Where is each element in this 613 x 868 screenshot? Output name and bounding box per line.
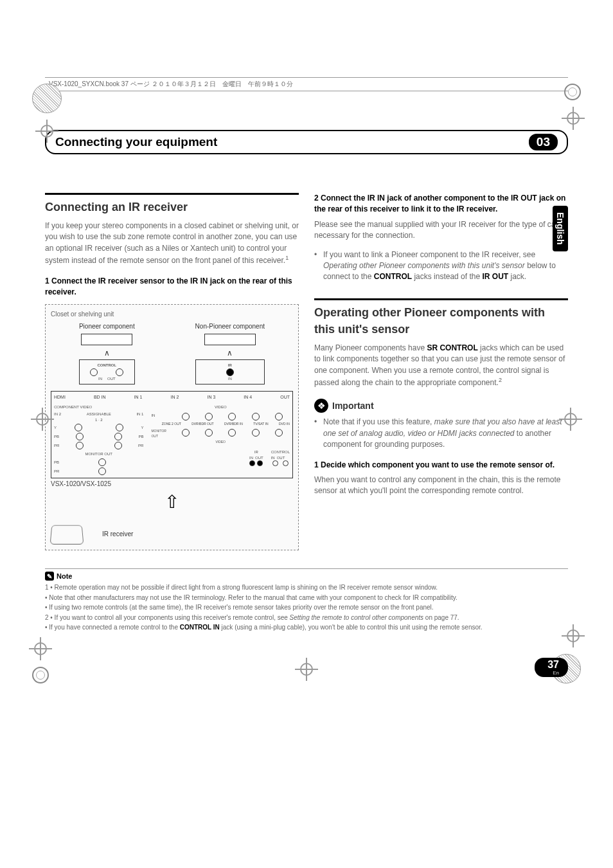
two-column-layout: Connecting an IR receiver If you keep yo…	[45, 193, 568, 557]
crop-mark-bottom-center	[299, 662, 314, 677]
page: VSX-1020_SYXCN.book 37 ページ ２０１０年３月１２日 金曜…	[0, 0, 613, 709]
important-icon: ❖	[314, 399, 328, 413]
jack-icon	[205, 413, 213, 420]
video-label: VIDEO	[151, 404, 290, 410]
text-frag: Many Pioneer components have	[314, 343, 427, 352]
pioneer-label: Pioneer component	[79, 322, 135, 332]
note-1c: • If using two remote controls (at the s…	[45, 603, 568, 612]
device-icon	[81, 334, 132, 345]
step-1b-title: 1 Decide which component you want to use…	[314, 460, 568, 471]
bullet-text: Note that if you use this feature, make …	[323, 417, 568, 450]
registration-ring	[32, 667, 49, 683]
crop-mark-top-left	[32, 84, 62, 139]
note-label: Note	[57, 572, 72, 580]
monitor-out-label: MONITOR OUT	[151, 429, 173, 439]
device-icon	[204, 334, 256, 345]
out-label: OUT	[255, 455, 263, 461]
arrow-up-icon: ⇧	[51, 489, 293, 516]
page-lang: En	[553, 670, 559, 676]
assign12-label: 1 · 2	[54, 417, 143, 423]
important-heading: ❖ Important	[314, 399, 568, 413]
in-label: IN	[271, 455, 275, 461]
tvsat-in-label: TV/SAT IN	[253, 422, 268, 426]
jack-icon	[252, 413, 260, 420]
jack-icon	[75, 424, 82, 431]
text-bold: IR OUT	[482, 272, 508, 281]
out-label: OUT	[280, 394, 290, 401]
dvd-in-label: DVD IN	[279, 422, 290, 426]
note-1: 1 • Remote operation may not be possible…	[45, 583, 568, 592]
pioneer-component-block: Pioneer component ∧ CONTROL IN OUT	[79, 322, 135, 384]
component-video-label: COMPONENT VIDEO	[54, 404, 143, 410]
crosshair-icon	[33, 641, 48, 656]
crop-mark-top-right	[564, 84, 581, 126]
crosshair-icon	[299, 662, 314, 677]
step-1-title: 1 Connect the IR receiver sensor to the …	[45, 276, 299, 298]
jack-icon	[205, 429, 213, 437]
in2-label: IN 2	[54, 411, 61, 417]
intro-paragraph-2: Many Pioneer components have SR CONTROL …	[314, 343, 568, 389]
step-1b-body: When you want to control any component i…	[314, 475, 568, 497]
monitor-out-label: MONITOR OUT	[54, 451, 143, 457]
ir-label: IR	[249, 449, 263, 455]
text-frag: Note that if you use this feature,	[323, 417, 434, 426]
left-column: Connecting an IR receiver If you keep yo…	[45, 193, 299, 557]
zone2out-label: ZONE 2 OUT	[162, 422, 181, 426]
text-bold: CONTROL	[374, 272, 412, 281]
right-column: 2 Connect the IR IN jack of another comp…	[314, 193, 568, 557]
out-label: OUT	[277, 455, 285, 461]
jack-icon	[90, 368, 98, 376]
bullet-link-pioneer: • If you want to link a Pioneer componen…	[314, 249, 568, 283]
jack-icon	[249, 460, 255, 466]
intro-text: If you keep your stereo components in a …	[45, 221, 299, 265]
y-label: Y	[54, 425, 57, 431]
crosshair-icon	[35, 411, 50, 427]
jack-icon	[116, 368, 123, 376]
crosshair-icon	[565, 111, 581, 126]
pb-label: PB	[138, 434, 143, 440]
bullet-text: If you want to link a Pioneer component …	[323, 249, 568, 283]
important-label: Important	[332, 399, 374, 412]
jack-icon	[228, 429, 236, 437]
jack-icon	[98, 467, 106, 475]
text-bold: CONTROL IN	[180, 624, 220, 631]
jack-icon	[114, 442, 122, 449]
control-group: CONTROL IN OUT	[271, 449, 290, 466]
section-heading-ir-receiver: Connecting an IR receiver	[45, 193, 299, 215]
text-frag: • If you have connected a remote control…	[45, 624, 180, 631]
step-2-body: Please see the manual supplied with your…	[314, 219, 568, 242]
crop-mark-mid-right	[563, 411, 578, 427]
bullet-dot-icon: •	[314, 417, 319, 450]
diagram-caption-closet: Closet or shelving unit	[51, 310, 293, 320]
page-number-badge: 37 En	[535, 658, 568, 677]
text-bold: SR CONTROL	[427, 343, 477, 352]
nonpioneer-label: Non-Pioneer component	[195, 322, 265, 332]
ir-panel-nonpioneer: IR IN	[195, 359, 265, 384]
jack-icon	[76, 433, 84, 440]
arrow-up-icon: ∧	[79, 348, 135, 359]
language-tab: English	[553, 206, 568, 251]
jack-icon	[114, 433, 122, 440]
crosshair-icon	[563, 411, 578, 427]
crop-mark-mid-left	[35, 411, 50, 427]
crop-mark-bottom-left	[32, 641, 49, 683]
text-frag: on page 77.	[423, 614, 459, 621]
hdmi-label: HDMI	[54, 394, 66, 401]
bullet-dot-icon: •	[314, 249, 319, 283]
jack-icon	[272, 460, 278, 466]
arrow-up-icon: ∧	[195, 348, 265, 359]
jack-icon	[283, 460, 289, 466]
jack-icon	[228, 413, 236, 420]
jack-icon	[226, 368, 234, 376]
connection-diagram: Closet or shelving unit Pioneer componen…	[45, 304, 299, 550]
jack-icon	[182, 429, 190, 437]
intro-paragraph: If you keep your stereo components in a …	[45, 221, 299, 267]
text-italic: Setting the remote to control other comp…	[290, 614, 423, 621]
chapter-number-badge: 03	[529, 134, 558, 150]
jack-icon	[257, 460, 263, 466]
in-label: IN	[199, 376, 262, 382]
text-italic: Operating other Pioneer components with …	[323, 261, 525, 270]
pr-label: PR	[54, 443, 59, 449]
in-label: IN	[98, 376, 102, 382]
note-heading: ✎ Note	[45, 572, 568, 581]
